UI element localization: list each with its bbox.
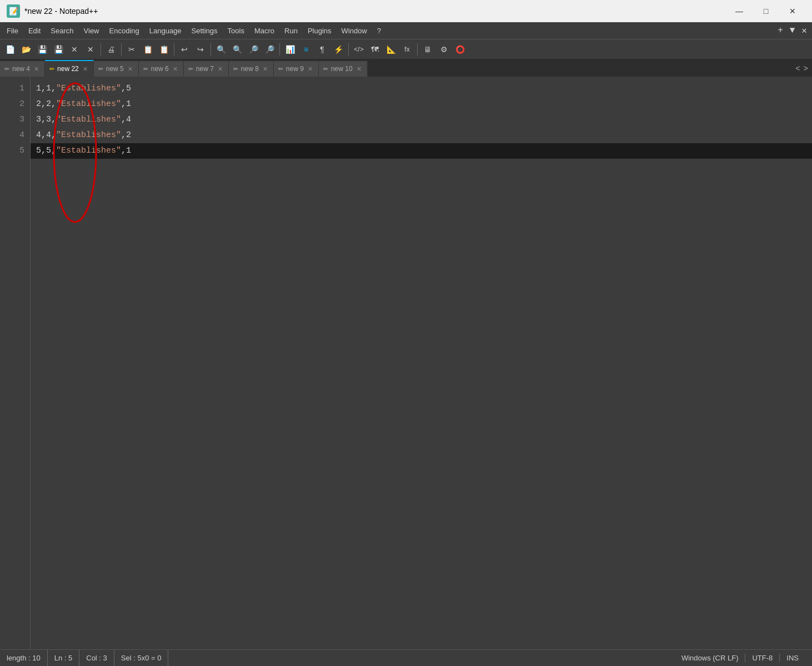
status-mode[interactable]: INS (780, 654, 805, 662)
tab-icon-new5: ✏ (98, 65, 103, 73)
toolbar-separator-2 (121, 43, 122, 56)
menu-bar: File Edit Search View Encoding Language … (0, 22, 812, 39)
open-file-button[interactable]: 📂 (18, 42, 34, 57)
monitor-button[interactable]: 🖥 (420, 42, 435, 57)
menu-plugins[interactable]: Plugins (303, 25, 336, 37)
menu-search[interactable]: Search (46, 25, 78, 37)
tab-list-button[interactable]: ▼ (787, 24, 798, 37)
tab-label-new5: new 5 (106, 65, 124, 73)
close-button-tb[interactable]: ✕ (67, 42, 82, 57)
tab-close-new9[interactable]: ✕ (307, 65, 314, 73)
toolbar-separator-3 (174, 43, 174, 56)
tab-new4[interactable]: ✏ new 4 ✕ (0, 61, 45, 77)
menu-file[interactable]: File (2, 25, 23, 37)
tab-new6[interactable]: ✏ new 6 ✕ (139, 61, 184, 77)
tabs-bar: ✏ new 4 ✕ ✏ new 22 ✕ ✏ new 5 ✕ ✏ new 6 ✕… (0, 59, 812, 77)
menu-settings[interactable]: Settings (187, 25, 222, 37)
window-title: *new 22 - Notepad++ (24, 7, 98, 16)
menu-window[interactable]: Window (337, 25, 372, 37)
toolbar-separator-7 (417, 43, 418, 56)
tab-new10[interactable]: ✏ new 10 ✕ (319, 61, 368, 77)
minimize-button[interactable]: — (726, 2, 752, 20)
menu-language[interactable]: Language (145, 25, 186, 37)
status-line-ending[interactable]: Windows (CR LF) (681, 654, 746, 662)
find-button[interactable]: 🔍 (213, 42, 229, 57)
zoom-in-button[interactable]: 🔎 (245, 42, 261, 57)
menu-macro[interactable]: Macro (250, 25, 279, 37)
paste-button[interactable]: 📋 (156, 42, 172, 57)
macro-record-button[interactable]: 🗺 (367, 42, 383, 57)
tab-new5[interactable]: ✏ new 5 ✕ (94, 61, 139, 77)
status-col: Col : 3 (79, 650, 114, 666)
tab-close-new6[interactable]: ✕ (172, 65, 179, 73)
tab-close-new10[interactable]: ✕ (355, 65, 363, 73)
cut-button[interactable]: ✂ (124, 42, 139, 57)
code-line-1: 1,1,"Establishes",5 (31, 81, 812, 97)
find-replace-button[interactable]: 🔍 (229, 42, 245, 57)
toolbar: 📄 📂 💾 💾 ✕ ✕ 🖨 ✂ 📋 📋 ↩ ↪ 🔍 🔍 🔎 🔎 📊 ≡ ¶ ⚡ … (0, 39, 812, 59)
status-length: length : 10 (7, 650, 48, 666)
tab-new22[interactable]: ✏ new 22 ✕ (45, 60, 94, 77)
close-all-button[interactable]: ✕ (83, 42, 98, 57)
code-line-5: 5,5,"Establishes",1 (31, 143, 812, 159)
save-button[interactable]: 💾 (34, 42, 50, 57)
tab-prev-button[interactable]: < (794, 64, 801, 73)
tab-close-new8[interactable]: ✕ (262, 65, 269, 73)
editor-container: 1 2 3 4 5 1,1,"Establishes",5 2,2,"Estab… (0, 77, 812, 649)
tabs-nav: < > (791, 61, 812, 77)
menu-encoding[interactable]: Encoding (105, 25, 144, 37)
tab-icon-new8: ✏ (233, 65, 238, 73)
status-ln: Ln : 5 (48, 650, 80, 666)
tab-label-new10: new 10 (331, 65, 353, 73)
editor-wrapper: 1 2 3 4 5 1,1,"Establishes",5 2,2,"Estab… (0, 77, 812, 649)
toolbar-separator-5 (279, 43, 280, 56)
zoom-out-button[interactable]: 🔎 (262, 42, 277, 57)
tab-icon-new22: ✏ (49, 65, 54, 73)
close-session-button[interactable]: ✕ (799, 24, 810, 37)
record-button[interactable]: ⭕ (452, 42, 468, 57)
status-encoding[interactable]: UTF-8 (745, 654, 780, 662)
tab-label-new22: new 22 (57, 65, 79, 73)
sync-scroll-button[interactable]: 📊 (282, 42, 298, 57)
new-tab-button[interactable]: + (775, 24, 786, 37)
show-all-chars-button[interactable]: ¶ (314, 42, 330, 57)
editor-content[interactable]: 1,1,"Establishes",5 2,2,"Establishes",1 … (31, 77, 812, 649)
tab-new7[interactable]: ✏ new 7 ✕ (184, 61, 229, 77)
new-file-button[interactable]: 📄 (2, 42, 18, 57)
menu-run[interactable]: Run (280, 25, 302, 37)
word-wrap-button[interactable]: ≡ (298, 42, 314, 57)
tab-close-new4[interactable]: ✕ (33, 65, 40, 73)
code-fold-button[interactable]: </> (351, 42, 367, 57)
copy-button[interactable]: 📋 (140, 42, 156, 57)
redo-button[interactable]: ↪ (193, 42, 208, 57)
status-right: Windows (CR LF) UTF-8 INS (681, 654, 805, 662)
tab-next-button[interactable]: > (802, 64, 810, 73)
tab-icon-new7: ✏ (188, 65, 193, 73)
settings-button[interactable]: ⚙ (436, 42, 452, 57)
code-line-4: 4,4,"Establishes",2 (31, 128, 812, 143)
save-all-button[interactable]: 💾 (51, 42, 66, 57)
maximize-button[interactable]: □ (753, 2, 779, 20)
menu-edit[interactable]: Edit (24, 25, 45, 37)
app-icon: 📝 (7, 4, 20, 18)
menu-tools[interactable]: Tools (223, 25, 249, 37)
toolbar-separator-4 (210, 43, 211, 56)
tab-icon-new6: ✏ (143, 65, 148, 73)
tab-close-new22[interactable]: ✕ (82, 65, 89, 73)
tab-close-new7[interactable]: ✕ (217, 65, 224, 73)
print-button[interactable]: 🖨 (103, 42, 119, 57)
toolbar-separator-6 (348, 43, 349, 56)
document-map-button[interactable]: 📐 (383, 42, 399, 57)
menu-view[interactable]: View (79, 25, 104, 37)
line-num-4: 4 (0, 128, 30, 143)
close-button[interactable]: ✕ (780, 2, 805, 20)
tab-close-new5[interactable]: ✕ (127, 65, 134, 73)
menu-help[interactable]: ? (373, 25, 385, 37)
window-controls: — □ ✕ (726, 2, 805, 20)
tab-new8[interactable]: ✏ new 8 ✕ (229, 61, 274, 77)
indent-guide-button[interactable]: ⚡ (330, 42, 346, 57)
status-sel: Sel : 5x0 = 0 (114, 650, 169, 666)
function-list-button[interactable]: fx (399, 42, 415, 57)
tab-new9[interactable]: ✏ new 9 ✕ (274, 61, 319, 77)
undo-button[interactable]: ↩ (177, 42, 192, 57)
